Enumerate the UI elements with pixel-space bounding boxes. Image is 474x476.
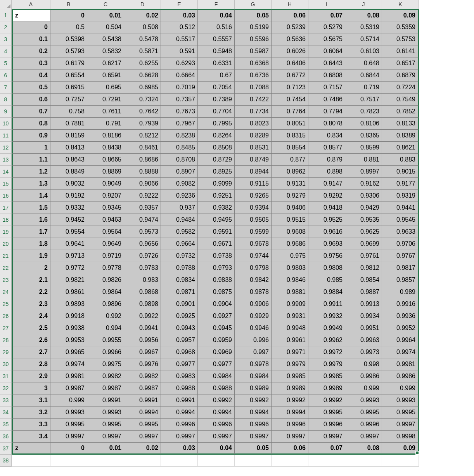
cell[interactable]: 3.1	[12, 394, 50, 407]
cell[interactable]: 0.7852	[382, 106, 419, 118]
cell[interactable]: 0.9032	[50, 178, 87, 190]
cell[interactable]: 0.9726	[124, 250, 161, 262]
cell[interactable]: 0.9995	[308, 407, 345, 419]
cell[interactable]: 0.9995	[50, 419, 87, 431]
cell[interactable]: 0.01	[87, 443, 124, 455]
spreadsheet-grid[interactable]: ABCDEFGHIJK1z00.010.020.030.040.050.060.…	[0, 0, 419, 467]
cell[interactable]: 0.8665	[87, 154, 124, 166]
cell[interactable]: 0.9868	[124, 286, 161, 298]
cell[interactable]: 0.9656	[124, 238, 161, 250]
cell[interactable]: 0.516	[198, 21, 235, 33]
select-all-corner[interactable]	[0, 0, 12, 9]
cell[interactable]: 0.508	[124, 21, 161, 33]
cell[interactable]: 2.2	[12, 286, 50, 298]
cell[interactable]: 0.9706	[382, 238, 419, 250]
cell[interactable]: 0.7123	[272, 82, 308, 94]
cell[interactable]: 0.6915	[50, 82, 87, 94]
cell[interactable]: 0.791	[87, 118, 124, 130]
cell[interactable]: 0.8159	[50, 130, 87, 142]
cell[interactable]: 0.5359	[382, 21, 419, 33]
cell[interactable]: 0.9995	[124, 419, 161, 431]
cell[interactable]: 0.9265	[235, 190, 272, 202]
cell[interactable]: 0.9997	[50, 431, 87, 443]
cell[interactable]: 0.5	[50, 21, 87, 33]
cell[interactable]: 0.9147	[308, 178, 345, 190]
cell[interactable]: 0.983	[124, 274, 161, 286]
cell[interactable]: 0.9838	[198, 274, 235, 286]
cell[interactable]: 0.9732	[161, 250, 198, 262]
row-header[interactable]: 30	[0, 358, 12, 370]
cell[interactable]: 0.7257	[50, 94, 87, 106]
row-header[interactable]: 28	[0, 334, 12, 346]
cell[interactable]: 0.8944	[235, 166, 272, 178]
cell[interactable]: 0.6406	[272, 57, 308, 69]
cell[interactable]: 0.9686	[272, 238, 308, 250]
cell[interactable]: 0.9207	[87, 190, 124, 202]
cell[interactable]: 0.8708	[161, 154, 198, 166]
cell[interactable]: 0.9474	[124, 214, 161, 226]
cell[interactable]: 0.9861	[50, 286, 87, 298]
cell[interactable]: 0.03	[161, 9, 198, 21]
cell[interactable]: 0.8554	[272, 142, 308, 154]
cell[interactable]: 0.9991	[124, 394, 161, 407]
cell[interactable]: 0.9842	[235, 274, 272, 286]
cell[interactable]: 0.9279	[272, 190, 308, 202]
cell[interactable]: 0.7357	[161, 94, 198, 106]
cell[interactable]	[50, 455, 87, 467]
cell[interactable]: 0.8621	[382, 142, 419, 154]
cell[interactable]: 0.998	[345, 358, 382, 370]
cell[interactable]: 0.6517	[382, 57, 419, 69]
cell[interactable]: 0.9909	[272, 298, 308, 310]
cell[interactable]: 0.9564	[87, 226, 124, 238]
cell[interactable]: 0.879	[308, 154, 345, 166]
cell[interactable]: 0.999	[50, 394, 87, 407]
cell[interactable]: 0.9382	[198, 202, 235, 214]
cell[interactable]: 0.9719	[87, 250, 124, 262]
cell[interactable]: 0.9515	[272, 214, 308, 226]
cell[interactable]: 0.834	[308, 130, 345, 142]
cell[interactable]: 1.4	[12, 190, 50, 202]
cell[interactable]: 0.7995	[198, 118, 235, 130]
cell[interactable]: 0.9996	[198, 419, 235, 431]
cell[interactable]: 0.9898	[124, 298, 161, 310]
cell[interactable]: 0.9767	[382, 250, 419, 262]
row-header[interactable]: 6	[0, 69, 12, 82]
cell[interactable]: 0.8907	[161, 166, 198, 178]
cell[interactable]: 0.6331	[198, 57, 235, 69]
cell[interactable]: 0.05	[235, 443, 272, 455]
cell[interactable]: 0.6217	[87, 57, 124, 69]
cell[interactable]: 0.5398	[50, 33, 87, 45]
cell[interactable]: 0.5714	[345, 33, 382, 45]
cell[interactable]: 0.9641	[50, 238, 87, 250]
cell[interactable]: 0.5948	[198, 45, 235, 57]
cell[interactable]: 0.7517	[345, 94, 382, 106]
cell[interactable]: 0.9599	[235, 226, 272, 238]
cell[interactable]: 0.9994	[235, 407, 272, 419]
column-header[interactable]: F	[198, 0, 235, 9]
cell[interactable]: 0.9788	[161, 262, 198, 274]
cell[interactable]: 0.9292	[308, 190, 345, 202]
cell[interactable]: 0.6	[12, 94, 50, 106]
cell[interactable]: 0.9979	[308, 358, 345, 370]
cell[interactable]: 0.8869	[87, 166, 124, 178]
cell[interactable]: 0.9949	[308, 322, 345, 334]
row-header[interactable]: 3	[0, 33, 12, 45]
cell[interactable]: 0.9664	[161, 238, 198, 250]
cell[interactable]: 0.9957	[161, 334, 198, 346]
cell[interactable]: 0.9963	[345, 334, 382, 346]
cell[interactable]: 0.9812	[345, 262, 382, 274]
cell[interactable]: 0.9981	[50, 370, 87, 382]
cell[interactable]: 0.9864	[87, 286, 124, 298]
cell[interactable]: 0.695	[87, 82, 124, 94]
cell[interactable]: 0.9991	[87, 394, 124, 407]
cell[interactable]: 0.03	[161, 443, 198, 455]
cell[interactable]: 0.06	[272, 9, 308, 21]
cell[interactable]: 0.9846	[272, 274, 308, 286]
cell[interactable]: 0.9996	[272, 419, 308, 431]
cell[interactable]: 0.9306	[345, 190, 382, 202]
cell[interactable]: 0.9987	[50, 382, 87, 394]
cell[interactable]: 0.996	[235, 334, 272, 346]
cell[interactable]: 0.9738	[198, 250, 235, 262]
cell[interactable]	[87, 455, 124, 467]
cell[interactable]: 0.1	[12, 33, 50, 45]
